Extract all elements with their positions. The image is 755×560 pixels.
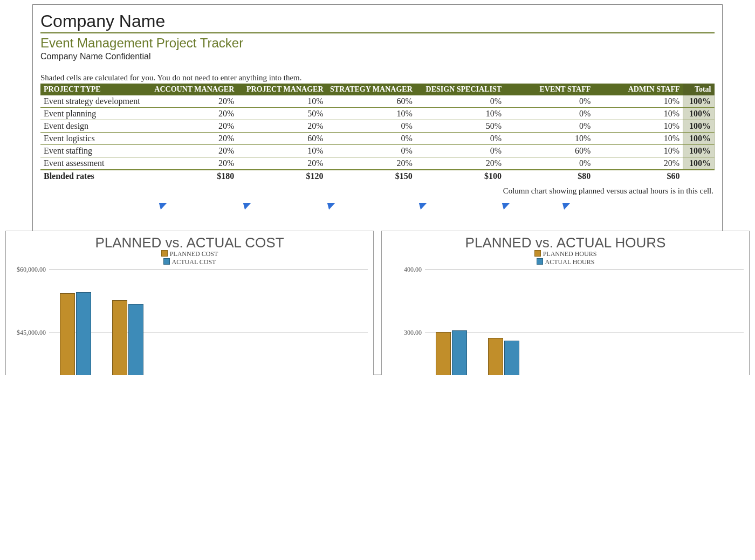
cell-value[interactable]: 0% (327, 145, 416, 157)
row-total: 100% (683, 145, 715, 157)
charts-row: PLANNED vs. ACTUAL COSTPLANNED COSTACTUA… (5, 231, 750, 375)
table-header: PROJECT MANAGER (237, 84, 326, 95)
row-label: Event staffing (40, 145, 148, 157)
cell-value[interactable]: $150 (327, 170, 416, 182)
cell-value[interactable]: 0% (505, 108, 594, 120)
row-label: Event logistics (40, 133, 148, 145)
cell-value[interactable]: 0% (416, 145, 505, 157)
y-tick-label: $60,000.00 (17, 266, 46, 274)
legend-swatch-icon (161, 250, 168, 257)
cell-value[interactable]: 20% (148, 120, 237, 133)
bar[interactable] (488, 338, 503, 375)
cell-value[interactable]: 20% (594, 157, 683, 170)
row-total: 100% (683, 108, 715, 120)
legend-label: PLANNED COST (170, 250, 218, 258)
row-total: 100% (683, 95, 715, 108)
filter-marker-icon[interactable] (241, 203, 251, 210)
cell-value[interactable]: 60% (505, 145, 594, 157)
bar[interactable] (60, 293, 75, 375)
cell-value[interactable]: 10% (594, 108, 683, 120)
cell-value[interactable]: 10% (416, 108, 505, 120)
cell-value[interactable]: 10% (594, 133, 683, 145)
cell-value[interactable]: 20% (148, 157, 237, 170)
filter-marker-icon[interactable] (325, 203, 335, 210)
chart-legend: PLANNED COSTACTUAL COST (11, 250, 368, 266)
filter-markers (40, 203, 715, 213)
cell-value[interactable]: 10% (594, 120, 683, 133)
cell-value[interactable]: 0% (327, 133, 416, 145)
y-tick-label: $45,000.00 (17, 328, 46, 336)
cell-value[interactable]: 0% (505, 120, 594, 133)
table-row[interactable]: Event planning20%50%10%10%0%10%100% (40, 108, 715, 120)
cell-value[interactable]: 20% (148, 108, 237, 120)
cell-value[interactable]: 20% (237, 120, 326, 133)
cell-value[interactable]: 10% (327, 108, 416, 120)
cell-value[interactable]: 20% (237, 157, 326, 170)
cell-value[interactable]: 50% (237, 108, 326, 120)
table-row[interactable]: Event design20%20%0%50%0%10%100% (40, 120, 715, 133)
cell-value[interactable]: $120 (237, 170, 326, 182)
table-row[interactable]: Event staffing20%10%0%0%60%10%100% (40, 145, 715, 157)
allocation-table: PROJECT TYPEACCOUNT MANAGERPROJECT MANAG… (40, 84, 715, 182)
table-row[interactable]: Event assessment20%20%20%20%0%20%100% (40, 157, 715, 170)
cell-value[interactable]: 0% (327, 120, 416, 133)
cell-value[interactable]: 10% (594, 95, 683, 108)
cell-value[interactable]: 20% (148, 133, 237, 145)
table-header: PROJECT TYPE (40, 84, 148, 95)
cost-chart[interactable]: PLANNED vs. ACTUAL COSTPLANNED COSTACTUA… (5, 231, 374, 375)
cell-value[interactable]: 60% (237, 133, 326, 145)
table-row[interactable]: Event strategy development20%10%60%0%0%1… (40, 95, 715, 108)
cell-value[interactable]: 0% (416, 133, 505, 145)
bar[interactable] (76, 292, 91, 375)
hours-chart[interactable]: PLANNED vs. ACTUAL HOURSPLANNED HOURSACT… (381, 231, 750, 375)
row-total: 100% (683, 133, 715, 145)
shaded-note: Shaded cells are calculated for you. You… (40, 73, 715, 82)
cell-value[interactable]: 0% (416, 95, 505, 108)
legend-label: ACTUAL HOURS (545, 258, 595, 266)
cell-value[interactable]: 10% (505, 133, 594, 145)
bar[interactable] (128, 304, 143, 375)
bar-group (425, 269, 478, 375)
filter-marker-icon[interactable] (500, 203, 510, 210)
bar-group (478, 269, 531, 375)
chart-title: PLANNED vs. ACTUAL HOURS (387, 234, 744, 251)
bar-group (635, 269, 688, 375)
cell-value[interactable]: 20% (327, 157, 416, 170)
plot-area: $0.00$15,000.00$30,000.00$45,000.00$60,0… (11, 269, 368, 375)
cell-value[interactable]: $60 (594, 170, 683, 182)
row-total: 100% (683, 157, 715, 170)
cell-value[interactable]: 20% (148, 145, 237, 157)
bar[interactable] (436, 332, 451, 376)
row-label: Event assessment (40, 157, 148, 170)
cell-value[interactable]: $80 (505, 170, 594, 182)
legend-swatch-icon (163, 258, 170, 265)
cell-value[interactable]: 20% (148, 95, 237, 108)
bar[interactable] (504, 341, 519, 375)
bar-group (259, 269, 312, 375)
filter-marker-icon[interactable] (560, 203, 570, 210)
bar-group (312, 269, 365, 375)
cell-value[interactable]: 50% (416, 120, 505, 133)
cell-value[interactable]: 20% (416, 157, 505, 170)
cell-value[interactable]: 0% (505, 157, 594, 170)
cell-value[interactable]: $100 (416, 170, 505, 182)
table-header: STRATEGY MANAGER (327, 84, 416, 95)
company-title: Company Name (40, 11, 715, 33)
cell-value[interactable]: 60% (327, 95, 416, 108)
table-header: ADMIN STAFF (594, 84, 683, 95)
hours-chart-note: Column chart showing planned versus actu… (40, 186, 715, 196)
bar[interactable] (452, 330, 467, 375)
cell-value[interactable]: 10% (237, 95, 326, 108)
cell-value[interactable]: 10% (594, 145, 683, 157)
filter-marker-icon[interactable] (157, 203, 167, 210)
cell-value[interactable]: $180 (148, 170, 237, 182)
cell-value[interactable]: 10% (237, 145, 326, 157)
legend-swatch-icon (534, 250, 541, 257)
bar[interactable] (112, 300, 127, 375)
legend-label: PLANNED HOURS (543, 250, 597, 258)
cell-value[interactable]: 0% (505, 95, 594, 108)
filter-marker-icon[interactable] (417, 203, 427, 210)
bar-group (102, 269, 155, 375)
rates-row[interactable]: Blended rates$180$120$150$100$80$60 (40, 170, 715, 182)
table-row[interactable]: Event logistics20%60%0%0%10%10%100% (40, 133, 715, 145)
